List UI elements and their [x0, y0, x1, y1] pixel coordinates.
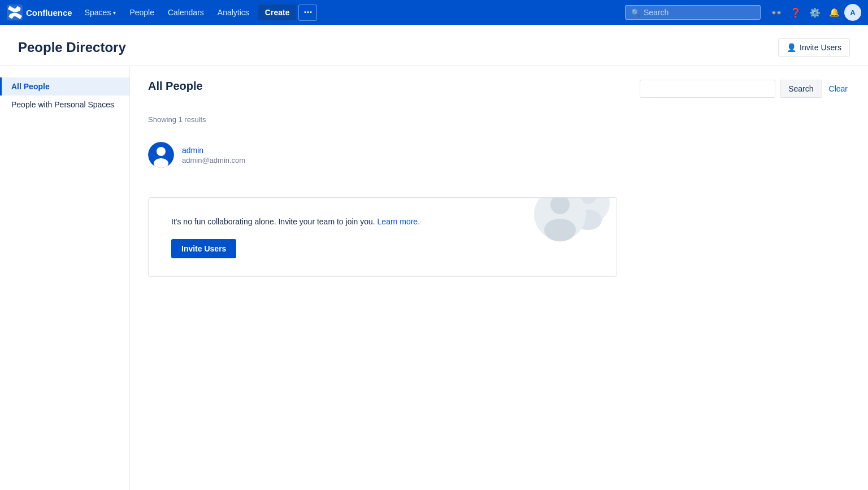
person-info: admin admin@admin.com — [182, 146, 245, 164]
global-search-input[interactable] — [644, 8, 754, 17]
nav-spaces[interactable]: Spaces ▾ — [79, 5, 122, 20]
nav-analytics[interactable]: Analytics — [212, 5, 255, 20]
notifications-button[interactable]: 🔔 — [825, 3, 843, 21]
search-icon: 🔍 — [631, 8, 640, 17]
create-button[interactable]: Create — [258, 5, 297, 20]
confluence-logo[interactable]: Confluence — [7, 5, 72, 20]
people-search-bar: Search Clear — [640, 80, 850, 98]
person-name[interactable]: admin — [182, 146, 245, 155]
settings-button[interactable]: ⚙️ — [806, 3, 824, 21]
page-header: People Directory 👤 Invite Users — [0, 25, 868, 66]
invite-illustration — [515, 198, 617, 276]
page-title: People Directory — [18, 40, 126, 55]
nav-calendars[interactable]: Calendars — [162, 5, 210, 20]
glasses-icon: 👓 — [771, 7, 782, 18]
help-icon: ❓ — [790, 7, 801, 18]
people-search-input[interactable] — [640, 80, 775, 98]
logo-text: Confluence — [26, 8, 72, 18]
glasses-icon-button[interactable]: 👓 — [767, 3, 785, 21]
svg-point-9 — [544, 219, 576, 241]
content-area: All People People with Personal Spaces A… — [0, 66, 868, 490]
svg-point-2 — [157, 147, 166, 156]
person-avatar — [148, 142, 174, 168]
more-menu-button[interactable]: ··· — [298, 5, 317, 21]
person-add-icon: 👤 — [787, 43, 796, 52]
user-avatar[interactable]: A — [844, 4, 861, 21]
chevron-down-icon: ▾ — [113, 10, 116, 16]
sidebar: All People People with Personal Spaces — [0, 66, 130, 490]
person-email: admin@admin.com — [182, 156, 245, 164]
search-button[interactable]: Search — [780, 80, 822, 98]
clear-button[interactable]: Clear — [827, 80, 850, 97]
header-invite-users-button[interactable]: 👤 Invite Users — [778, 38, 850, 57]
gear-icon: ⚙️ — [809, 7, 821, 18]
person-row: admin admin@admin.com — [148, 135, 850, 175]
top-navigation: Confluence Spaces ▾ People Calendars Ana… — [0, 0, 868, 25]
invite-banner-button[interactable]: Invite Users — [171, 239, 236, 258]
help-button[interactable]: ❓ — [787, 3, 805, 21]
results-count: Showing 1 results — [148, 111, 850, 124]
learn-more-link[interactable]: Learn more. — [377, 217, 420, 226]
sidebar-item-all-people[interactable]: All People — [0, 77, 129, 96]
main-content: All People Search Clear Showing 1 result… — [130, 66, 868, 490]
section-title: All People — [148, 80, 203, 93]
invite-banner: It's no fun collaborating alone. Invite … — [148, 197, 617, 277]
global-search-box[interactable]: 🔍 — [625, 5, 761, 20]
bell-icon: 🔔 — [829, 7, 840, 18]
nav-people[interactable]: People — [124, 5, 160, 20]
sidebar-item-personal-spaces[interactable]: People with Personal Spaces — [0, 96, 129, 114]
